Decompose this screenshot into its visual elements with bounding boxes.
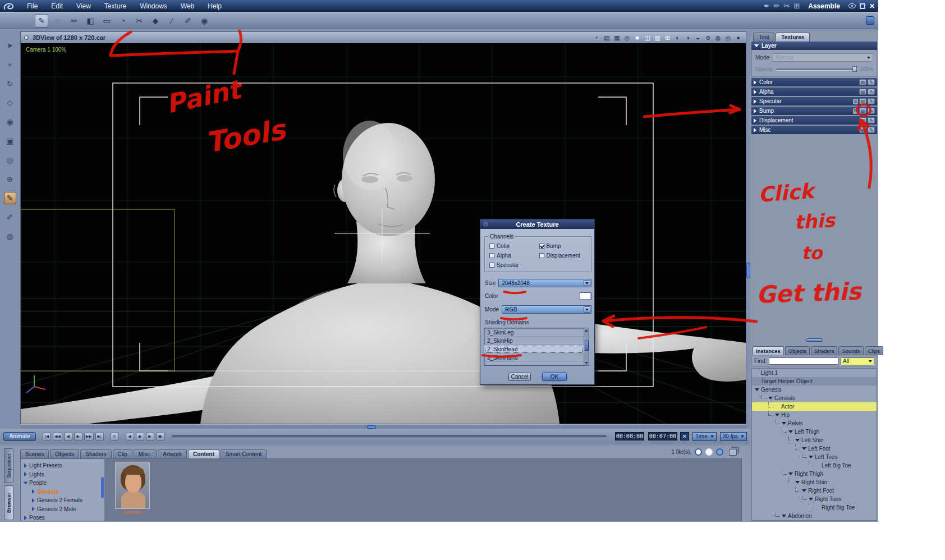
chevron-down-icon[interactable] — [584, 280, 590, 286]
dolly-camera-icon[interactable]: ⊕ — [4, 173, 16, 185]
eyedropper-tool-icon[interactable]: ✐ — [181, 14, 195, 27]
displacement-checkbox[interactable]: Displacement — [539, 252, 589, 259]
expand-arrow-icon[interactable] — [788, 472, 793, 475]
vertical-tab[interactable]: Browser — [4, 485, 13, 520]
time-mode-select[interactable]: Time — [692, 432, 717, 441]
pen-nib-icon[interactable]: ✒ — [764, 2, 770, 10]
channel-list-icon[interactable]: ▤ — [859, 117, 866, 123]
move-tool-icon[interactable]: + — [4, 58, 16, 71]
layout-four-pane-icon[interactable]: ⊞ — [663, 34, 672, 42]
shading-domain-item[interactable]: 3_SkinLeg — [484, 328, 584, 337]
menu-item[interactable]: View — [70, 1, 98, 11]
layer-header[interactable]: Layer — [751, 42, 877, 50]
content-tree-item[interactable]: Light Presets — [21, 461, 104, 470]
focus-tool-icon[interactable]: ◉ — [4, 116, 16, 128]
expand-arrow-icon[interactable] — [754, 109, 756, 113]
fill-tool-icon[interactable]: ◧ — [84, 14, 97, 27]
vertical-tab[interactable]: Sequencer — [4, 448, 13, 483]
scale-tool-icon[interactable]: ◇ — [4, 97, 16, 109]
content-tree-item[interactable]: Poses — [21, 513, 104, 521]
color-checkbox[interactable]: Color — [489, 242, 539, 249]
pan-camera-icon[interactable]: ▣ — [4, 135, 16, 147]
instances-tab[interactable]: Clips — [865, 346, 883, 355]
list-scrollbar[interactable] — [584, 328, 589, 365]
paintbrush-tool-icon[interactable]: ✎ — [35, 14, 48, 27]
expand-arrow-icon[interactable] — [24, 481, 28, 484]
filter-circle-blue-icon[interactable] — [716, 448, 723, 456]
scroll-thumb[interactable] — [585, 341, 589, 351]
bank-camera-icon[interactable]: ◎ — [4, 154, 16, 166]
channel-row[interactable]: Color ▤ ✎ — [751, 78, 877, 86]
layout-single-icon[interactable]: ■ — [633, 34, 641, 41]
filter-select[interactable]: All — [841, 357, 874, 365]
expand-arrow-icon[interactable] — [754, 80, 756, 85]
blend-mode-select[interactable]: Normal — [773, 53, 873, 62]
prev-key-button[interactable]: ◀ — [126, 433, 134, 440]
hand-tool-icon[interactable]: ◌ — [51, 14, 65, 27]
scroll-down-icon[interactable] — [585, 362, 588, 364]
hierarchy-item[interactable]: Right Foot — [752, 486, 877, 495]
expand-arrow-icon[interactable] — [795, 481, 800, 484]
hierarchy-item[interactable]: Actor — [752, 402, 877, 411]
hierarchy-item[interactable]: Abdomen — [752, 512, 877, 520]
instances-tab[interactable]: Instances — [753, 346, 784, 355]
shading-domain-item[interactable]: 2_SkinHip — [484, 337, 584, 345]
hierarchy-item[interactable]: Genesis — [752, 394, 877, 402]
channel-row[interactable]: Bump B ▤ ✎ — [751, 107, 877, 115]
scrub-strip[interactable] — [20, 424, 746, 429]
expand-arrow-icon[interactable] — [802, 447, 806, 450]
channel-paint-icon[interactable]: ✎ — [868, 89, 875, 95]
pointer-tool-icon[interactable]: ➤ — [4, 39, 16, 52]
hierarchy-item[interactable]: Target Helper Object — [752, 377, 877, 385]
fps-select[interactable]: 30 fps — [720, 432, 747, 441]
hierarchy-item[interactable]: Right Thigh — [752, 470, 877, 478]
expand-arrow-icon[interactable] — [32, 507, 35, 511]
browser-tab[interactable]: Objects — [50, 449, 79, 458]
size-select[interactable]: 2048x2048 — [498, 279, 591, 287]
expand-arrow-icon[interactable] — [782, 422, 786, 425]
browser-tab[interactable]: Scenes — [20, 449, 49, 458]
content-tree-item[interactable]: Genesis — [21, 488, 104, 497]
hierarchy-item[interactable]: Left Foot — [752, 444, 877, 453]
browser-tab[interactable]: Clip — [113, 449, 132, 458]
dialog-menu-icon[interactable] — [484, 222, 488, 226]
camera-view-icon[interactable]: ◐ — [673, 34, 682, 41]
hierarchy-item[interactable]: Genesis — [752, 385, 877, 394]
instances-tab[interactable]: Shaders — [811, 346, 837, 355]
scissors-tool-icon[interactable]: ✂ — [132, 14, 146, 27]
fast-forward-button[interactable]: ▶▶ — [84, 433, 94, 440]
hierarchy-item[interactable]: Left Shin — [752, 436, 877, 444]
dialog-title-bar[interactable]: Create Texture — [480, 219, 594, 229]
content-tree-item[interactable]: Genesis 2 Male — [21, 505, 104, 514]
shape-tool-icon[interactable]: ◆ — [149, 14, 162, 27]
channel-row[interactable]: Specular S ▤ ✎ — [751, 97, 877, 105]
expand-arrow-icon[interactable] — [768, 397, 773, 400]
expand-arrow-icon[interactable] — [802, 489, 806, 492]
panel-splitter-handle[interactable] — [746, 263, 750, 278]
channel-row[interactable]: Displacement ▤ ✎ — [751, 116, 877, 125]
eye-icon[interactable] — [848, 3, 856, 8]
cancel-button[interactable]: Cancel — [508, 373, 531, 381]
line-tool-icon[interactable]: ∕ — [165, 14, 178, 27]
channel-list-icon[interactable]: ▤ — [859, 108, 866, 114]
hierarchy-item[interactable]: Right Toes — [752, 495, 877, 503]
slider-handle[interactable] — [852, 66, 857, 72]
shaded-sphere-icon[interactable]: ● — [734, 34, 742, 41]
track-icon[interactable]: + — [593, 34, 601, 41]
tree-scrollbar[interactable] — [101, 477, 104, 498]
color-swatch[interactable] — [580, 292, 591, 300]
wireframe-sphere-icon[interactable]: ◍ — [714, 34, 722, 42]
filter-circle-white-icon[interactable] — [705, 448, 713, 456]
browser-tab[interactable]: Content — [188, 449, 219, 458]
hierarchy-item[interactable]: Pelvis — [752, 419, 877, 428]
current-time-field[interactable]: 00:00:00 — [615, 432, 644, 440]
channel-paint-icon[interactable]: ✎ — [868, 127, 875, 133]
find-input[interactable] — [769, 357, 838, 365]
expand-arrow-icon[interactable] — [24, 516, 27, 520]
room-label[interactable]: Assemble — [808, 2, 840, 10]
layers-icon[interactable] — [729, 449, 737, 456]
eraser-tool-icon[interactable]: ▭ — [100, 14, 113, 27]
animate-button[interactable]: Animate — [3, 432, 36, 441]
filter-circle-outline-icon[interactable] — [695, 448, 702, 456]
expand-arrow-icon[interactable] — [809, 456, 813, 458]
